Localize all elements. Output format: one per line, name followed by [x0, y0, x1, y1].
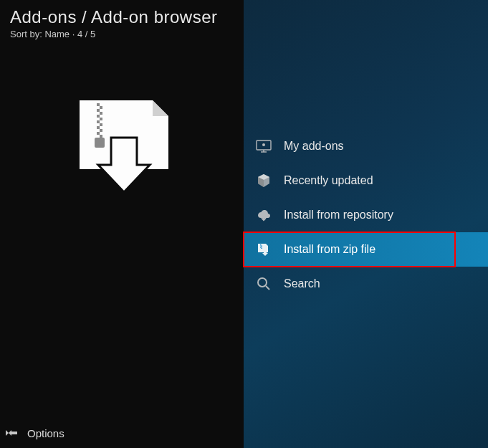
- menu-label: Install from repository: [284, 209, 393, 221]
- svg-rect-12: [95, 138, 105, 148]
- svg-rect-3: [100, 112, 102, 115]
- svg-rect-8: [97, 126, 100, 129]
- svg-rect-4: [97, 115, 100, 118]
- svg-rect-20: [262, 248, 263, 249]
- box-icon: [255, 172, 272, 189]
- svg-rect-17: [260, 244, 262, 246]
- svg-rect-6: [97, 120, 100, 123]
- svg-rect-2: [97, 109, 100, 112]
- menu-label: Install from zip file: [284, 243, 375, 256]
- svg-point-21: [258, 278, 267, 287]
- options-label: Options: [27, 427, 64, 439]
- zip-download-icon: [0, 93, 244, 194]
- options-icon: [6, 427, 17, 439]
- svg-rect-1: [100, 106, 102, 109]
- cloud-download-icon: [255, 206, 272, 224]
- svg-rect-0: [97, 103, 100, 106]
- monitor-icon: [255, 138, 272, 155]
- menu-install-zip[interactable]: Install from zip file: [244, 232, 488, 267]
- svg-rect-10: [97, 132, 100, 135]
- svg-line-22: [266, 286, 269, 290]
- svg-rect-19: [260, 247, 262, 248]
- sort-info: Sort by: Name · 4 / 5: [10, 29, 234, 39]
- menu-label: Search: [284, 277, 320, 290]
- menu-search[interactable]: Search: [244, 267, 488, 301]
- options-button[interactable]: Options: [0, 418, 244, 448]
- svg-rect-18: [262, 246, 263, 247]
- menu-label: Recently updated: [284, 174, 373, 187]
- svg-point-16: [262, 143, 265, 146]
- search-icon: [255, 275, 272, 292]
- svg-rect-7: [100, 123, 102, 126]
- svg-rect-9: [100, 129, 102, 132]
- menu-recently-updated[interactable]: Recently updated: [244, 163, 488, 198]
- menu-install-repository[interactable]: Install from repository: [244, 198, 488, 232]
- svg-rect-11: [100, 135, 102, 138]
- menu-my-addons[interactable]: My add-ons: [244, 129, 488, 163]
- menu-label: My add-ons: [284, 140, 344, 153]
- svg-rect-5: [100, 118, 102, 120]
- breadcrumb: Add-ons / Add-on browser: [10, 7, 234, 27]
- zip-file-icon: [255, 241, 272, 258]
